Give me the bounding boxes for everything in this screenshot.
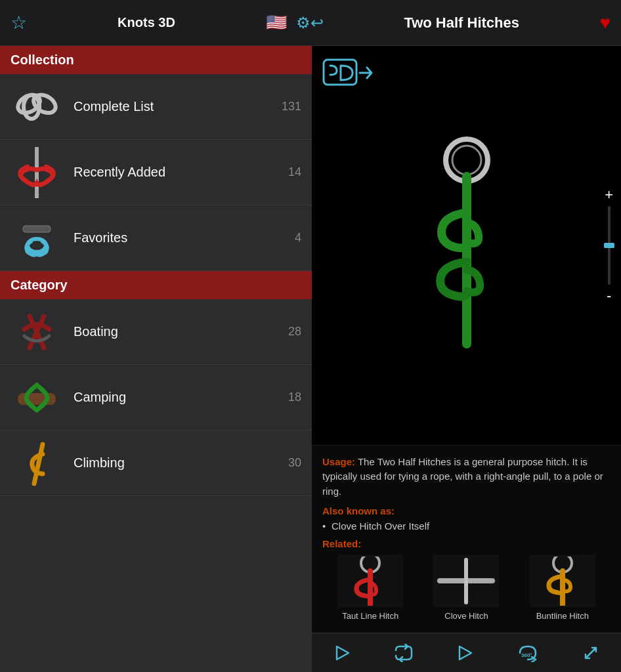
camping-count: 18 — [288, 390, 301, 404]
boating-count: 28 — [288, 325, 301, 339]
detail-title: Two Half Hitches — [332, 14, 591, 32]
buntline-hitch-name: Buntline Hitch — [536, 611, 589, 621]
related-knots: Taut Line Hitch Clove Hitch — [322, 555, 610, 621]
favorites-star-icon[interactable]: ☆ — [11, 12, 27, 33]
app-title: Knots 3D — [36, 15, 257, 30]
camping-label: Camping — [74, 390, 288, 405]
expand-button[interactable] — [571, 639, 610, 667]
recently-added-thumb — [11, 146, 63, 199]
zoom-controls: + - — [605, 186, 613, 304]
taut-line-thumb — [337, 555, 403, 607]
right-panel: + - Usage: The Two Half Hitches is a gen… — [312, 46, 621, 672]
play2-button[interactable] — [445, 639, 484, 667]
zoom-thumb — [604, 243, 614, 248]
clove-hitch-thumb — [433, 555, 499, 607]
climbing-count: 30 — [288, 456, 301, 470]
svg-line-7 — [34, 444, 43, 484]
recently-added-label: Recently Added — [74, 165, 288, 180]
app-header: ☆ Knots 3D 🇺🇸 ⚙ ↩ Two Half Hitches ♥ — [0, 0, 621, 46]
usage-text: Usage: The Two Half Hitches is a general… — [322, 455, 610, 499]
also-known-item: Clove Hitch Over Itself — [332, 520, 610, 532]
left-panel: Collection Complete List 131 — [0, 46, 312, 672]
flag-icon[interactable]: 🇺🇸 — [266, 12, 287, 33]
knot-3d-view: + - — [312, 46, 621, 445]
clove-hitch-name: Clove Hitch — [444, 611, 488, 621]
main-content: Collection Complete List 131 — [0, 46, 621, 672]
header-right: ↩ Two Half Hitches ♥ — [310, 12, 610, 33]
complete-list-label: Complete List — [74, 99, 282, 114]
favorite-heart-icon[interactable]: ♥ — [599, 12, 610, 33]
settings-gear-icon[interactable]: ⚙ — [296, 14, 310, 32]
loop-button[interactable] — [383, 639, 425, 667]
category-section-header: Category — [0, 271, 312, 299]
boating-thumb — [11, 306, 63, 358]
category-item-camping[interactable]: Camping 18 — [0, 365, 312, 430]
recently-added-count: 14 — [288, 165, 301, 179]
collection-item-recently-added[interactable]: Recently Added 14 — [0, 140, 312, 205]
climbing-label: Climbing — [74, 455, 288, 471]
related-knot-clove-hitch[interactable]: Clove Hitch — [418, 555, 514, 621]
3d-badge — [322, 56, 375, 89]
collection-item-complete-list[interactable]: Complete List 131 — [0, 74, 312, 140]
also-known-list: Clove Hitch Over Itself — [322, 520, 610, 532]
collection-item-favorites[interactable]: Favorites 4 — [0, 205, 312, 271]
category-item-boating[interactable]: Boating 28 — [0, 299, 312, 365]
svg-rect-4 — [23, 226, 51, 232]
play-button[interactable] — [322, 639, 362, 667]
rotate360-button[interactable]: 360° — [505, 639, 550, 667]
related-knot-taut-line[interactable]: Taut Line Hitch — [322, 555, 418, 621]
knot-visualization — [312, 46, 621, 445]
svg-point-10 — [452, 146, 481, 175]
svg-rect-6 — [18, 393, 56, 405]
favorites-count: 4 — [295, 231, 301, 245]
back-icon[interactable]: ↩ — [310, 14, 324, 32]
usage-label: Usage: — [322, 456, 355, 467]
also-known-label: Also known as: — [322, 505, 610, 516]
complete-list-thumb — [11, 81, 63, 133]
bottom-toolbar: 360° — [312, 633, 621, 672]
collection-section-header: Collection — [0, 46, 312, 74]
climbing-thumb — [11, 437, 63, 490]
taut-line-name: Taut Line Hitch — [342, 611, 398, 621]
svg-text:360°: 360° — [521, 652, 532, 658]
svg-marker-18 — [337, 646, 349, 660]
zoom-out-button[interactable]: - — [607, 287, 611, 304]
zoom-slider[interactable] — [608, 206, 610, 285]
category-item-climbing[interactable]: Climbing 30 — [0, 430, 312, 496]
info-area: Usage: The Two Half Hitches is a general… — [312, 445, 621, 633]
related-label: Related: — [322, 538, 610, 549]
favorites-thumb — [11, 212, 63, 264]
usage-body: The Two Half Hitches is a general purpos… — [322, 456, 603, 497]
buntline-hitch-thumb — [530, 555, 595, 607]
complete-list-count: 131 — [282, 100, 301, 114]
camping-thumb — [11, 371, 63, 424]
boating-label: Boating — [74, 324, 288, 339]
related-knot-buntline-hitch[interactable]: Buntline Hitch — [515, 555, 610, 621]
favorites-label: Favorites — [74, 230, 295, 245]
svg-marker-19 — [460, 646, 471, 660]
header-left: ☆ Knots 3D 🇺🇸 ⚙ — [11, 12, 310, 33]
zoom-in-button[interactable]: + — [605, 186, 613, 203]
